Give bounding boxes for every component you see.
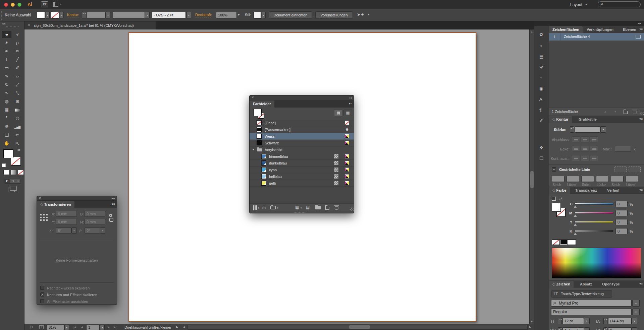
free-transform-tool[interactable]: ⤡: [13, 89, 22, 97]
font-family-field[interactable]: ⚲ Myriad Pro: [551, 300, 632, 307]
tab-opentype[interactable]: OpenType: [599, 281, 623, 288]
isolate-caret-icon[interactable]: ▼: [368, 13, 370, 16]
channel-y-thumb[interactable]: [574, 223, 577, 226]
swatch-row-schwarz[interactable]: Schwarz: [250, 140, 354, 146]
zoom-caret-icon[interactable]: ▼: [64, 325, 69, 330]
pattern-preview-icon[interactable]: [334, 181, 338, 185]
export-document-icon[interactable]: ↗: [39, 325, 44, 329]
tracking-field[interactable]: 0: [608, 327, 632, 330]
align-inside-button[interactable]: [581, 155, 589, 161]
kerning-field[interactable]: Automati: [562, 327, 584, 330]
none-chip[interactable]: [552, 240, 560, 245]
slice-tool[interactable]: ✂: [13, 131, 22, 139]
swatch-view-menu-icon[interactable]: ▦: [295, 205, 299, 210]
leading-field[interactable]: (14,4 pt): [608, 318, 632, 324]
stroke-swatch[interactable]: [51, 12, 59, 18]
font-size-field[interactable]: 12 pt: [562, 318, 584, 324]
lasso-tool[interactable]: ρ: [13, 39, 22, 47]
channel-m-field[interactable]: 0: [615, 210, 628, 216]
tools-collapse-icon[interactable]: ◀◀: [2, 22, 5, 25]
bridge-button[interactable]: Br: [41, 1, 48, 7]
line-segment-tool[interactable]: ╱: [13, 56, 22, 63]
transform-collapse-icon[interactable]: ◀◀: [112, 197, 115, 199]
preferences-button[interactable]: Voreinstellungen: [315, 11, 353, 19]
artboard-row-name[interactable]: Zeichenfläche 4: [564, 35, 590, 39]
none-mode-button[interactable]: [17, 170, 24, 175]
stroke-caret-icon[interactable]: ▼: [60, 12, 64, 18]
black-chip[interactable]: [560, 240, 568, 245]
weight-field[interactable]: [575, 126, 600, 133]
appearance-icon[interactable]: ◉: [539, 86, 543, 91]
leading-caret-icon[interactable]: ▼: [632, 318, 637, 324]
opacity-label[interactable]: Deckkraft:: [195, 13, 212, 17]
cap-projecting-button[interactable]: [590, 136, 598, 142]
w-field[interactable]: 0 mm: [85, 211, 105, 217]
tab-farbe[interactable]: ◇ Farbe: [549, 187, 570, 194]
opacity-field[interactable]: 100%: [216, 12, 237, 18]
font-size-caret-icon[interactable]: ▼: [584, 318, 590, 324]
swatch-kinds-caret-icon[interactable]: ▾: [277, 207, 278, 209]
swatch-row-himmelblau[interactable]: himmelblau: [250, 153, 354, 160]
opacity-slider-icon[interactable]: ▶: [238, 13, 240, 16]
corner-round-button[interactable]: [581, 146, 589, 152]
swatch-options-icon[interactable]: ▤: [306, 205, 310, 210]
channel-c-thumb[interactable]: [574, 205, 577, 208]
swatches-resize-grip[interactable]: [350, 208, 354, 211]
color-themes-swatch-icon[interactable]: Ψ: [262, 205, 266, 209]
align-outside-button[interactable]: [590, 155, 598, 161]
move-artboard-down-icon[interactable]: ▼: [614, 110, 617, 113]
artboards-resize-grip[interactable]: [640, 112, 644, 115]
tab-transformieren[interactable]: ◇ Transformieren: [37, 201, 74, 208]
tracking-caret-icon[interactable]: ▼: [632, 327, 637, 330]
tab-zeichen[interactable]: ◇ Zeichen: [549, 281, 574, 288]
font-family-caret-icon[interactable]: ▼: [632, 300, 640, 307]
status-expand-icon[interactable]: ▶: [176, 325, 178, 329]
swatch-kinds-menu-icon[interactable]: [270, 206, 276, 209]
gap-field-2[interactable]: [596, 176, 609, 182]
tab-verknuepfungen[interactable]: Verknüpfungen: [583, 26, 617, 33]
character-styles-icon[interactable]: A: [539, 97, 542, 102]
channel-y-field[interactable]: 0: [615, 219, 628, 225]
scale-corners-checkbox[interactable]: [40, 286, 44, 290]
color-guide-icon[interactable]: ◑: [539, 43, 542, 48]
list-view-button[interactable]: ▤: [334, 110, 343, 116]
style-swatch[interactable]: [254, 12, 261, 18]
y-field[interactable]: 0 mm: [56, 219, 77, 225]
curvature-tool[interactable]: ✑: [13, 48, 22, 55]
scale-tool[interactable]: ⤢: [13, 81, 22, 88]
paragraph-styles-icon[interactable]: ¶: [539, 108, 542, 113]
white-chip[interactable]: [568, 240, 576, 245]
artboard-row[interactable]: 1 Zeichenfläche 4: [549, 33, 644, 41]
brush-preset-dropdown[interactable]: · Oval - 2 Pt.: [152, 12, 186, 18]
pencil-tool[interactable]: ✎: [2, 73, 11, 80]
fill-swatch[interactable]: [37, 12, 45, 18]
traffic-light-minimize[interactable]: [11, 3, 15, 7]
swatch-row-dunkelblau[interactable]: dunkelblau: [250, 160, 354, 167]
gradient-tool[interactable]: [13, 106, 22, 114]
stroke-weight-label[interactable]: Kontur:: [67, 13, 79, 17]
channel-k-field[interactable]: 0: [615, 228, 628, 234]
none-type-icon[interactable]: [345, 121, 349, 125]
touch-type-button[interactable]: ⌶T Touch-Type-Textwerkzeug: [551, 290, 612, 298]
pattern-preview-icon[interactable]: [334, 168, 338, 172]
eraser-tool[interactable]: ▱: [13, 73, 22, 80]
kerning-stepper[interactable]: ▲▼: [558, 327, 562, 330]
swap-fill-stroke-icon[interactable]: ⇄: [17, 148, 20, 152]
stroke-panel-menu-icon[interactable]: ▾≡: [639, 117, 643, 121]
swatches-collapse-icon[interactable]: ◀◀: [349, 96, 352, 99]
artboard-tool[interactable]: ❏: [2, 131, 11, 139]
nav-prev-icon[interactable]: ◀: [81, 326, 83, 329]
hscroll-right-icon[interactable]: ▶: [529, 325, 531, 329]
scale-strokes-checkbox[interactable]: ✓: [40, 292, 44, 296]
delete-artboard-icon[interactable]: [633, 111, 637, 114]
align-pixel-grid-checkbox[interactable]: [40, 299, 44, 303]
gap-field-3[interactable]: [626, 176, 638, 182]
channel-c-slider[interactable]: [575, 203, 613, 205]
tab-ebenen[interactable]: Ebenen: [620, 26, 640, 33]
fill-caret-icon[interactable]: ▼: [46, 12, 50, 18]
spot-color-icon[interactable]: [345, 134, 349, 138]
arrange-documents-icon[interactable]: [53, 2, 58, 7]
default-fill-stroke-icon[interactable]: [2, 163, 6, 167]
navigator-icon[interactable]: ◔: [539, 75, 542, 80]
new-swatch-icon[interactable]: [325, 205, 329, 210]
